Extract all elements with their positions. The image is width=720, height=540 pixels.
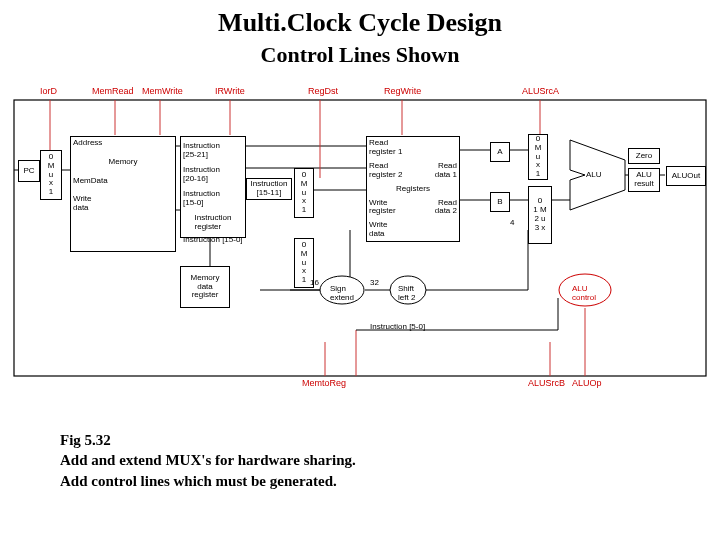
label-signext: Sign extend [330, 284, 354, 302]
label-registers: Registers [396, 185, 430, 194]
label-aluctrl: ALU control [572, 284, 596, 302]
label-32: 32 [370, 278, 379, 287]
block-registers: Read register 1 Read register 2 Read dat… [366, 136, 460, 242]
mux-alusrcb: 0 1 M 2 u 3 x [528, 186, 552, 244]
page-subtitle: Control Lines Shown [0, 42, 720, 68]
block-ir: Instruction [25-21] Instruction [20-16] … [180, 136, 246, 238]
label-alu: ALU [586, 170, 602, 179]
label-readdata2: Read data 2 [435, 199, 457, 217]
label-i150b: Instruction [15-0] [183, 235, 243, 244]
label-readreg2: Read register 2 [369, 162, 402, 180]
mux-iord: 0 M u x 1 [40, 150, 62, 200]
ctrl-aluop: ALUOp [572, 378, 602, 388]
ctrl-memtoreg: MemtoReg [302, 378, 346, 388]
ctrl-irwrite: IRWrite [215, 86, 245, 96]
label-memdata: MemData [73, 177, 108, 186]
label-4: 4 [510, 218, 514, 227]
label-zero: Zero [628, 148, 660, 164]
label-i2016: Instruction [20-16] [183, 166, 220, 184]
label-i150a: Instruction [15-0] [183, 190, 220, 208]
ctrl-memwrite: MemWrite [142, 86, 183, 96]
label-readreg1: Read register 1 [369, 139, 402, 157]
label-i50: Instruction [5-0] [370, 322, 425, 331]
block-memory: Address Memory MemData Write data [70, 136, 176, 252]
caption-line2: Add and extend MUX's for hardware sharin… [60, 450, 356, 470]
label-writedata2: Write data [369, 221, 388, 239]
ctrl-alusrcb: ALUSrcB [528, 378, 565, 388]
caption-line3: Add control lines which must be generate… [60, 471, 356, 491]
block-pc: PC [18, 160, 40, 182]
label-writedata: Write data [73, 195, 92, 213]
ctrl-alusrca: ALUSrcA [522, 86, 559, 96]
label-i1511: Instruction [15-11] [246, 178, 292, 200]
label-shl2: Shift left 2 [398, 284, 415, 302]
ctrl-regwrite: RegWrite [384, 86, 421, 96]
label-readdata1: Read data 1 [435, 162, 457, 180]
ctrl-iord: IorD [40, 86, 57, 96]
label-16: 16 [310, 278, 319, 287]
label-i2521: Instruction [25-21] [183, 142, 220, 160]
figure-caption: Fig 5.32 Add and extend MUX's for hardwa… [60, 430, 356, 491]
block-a: A [490, 142, 510, 162]
mux-regdst: 0 M u x 1 [294, 168, 314, 218]
label-memory: Memory [109, 158, 138, 167]
label-aluresult: ALU result [628, 168, 660, 192]
label-address: Address [73, 139, 102, 148]
ctrl-memread: MemRead [92, 86, 134, 96]
block-aluout: ALUOut [666, 166, 706, 186]
mux-alusrca: 0 M u x 1 [528, 134, 548, 180]
caption-line1: Fig 5.32 [60, 430, 356, 450]
label-writereg: Write register [369, 199, 396, 217]
ctrl-regdst: RegDst [308, 86, 338, 96]
label-ir: Instruction register [195, 214, 232, 232]
block-b: B [490, 192, 510, 212]
datapath-diagram: IorD MemRead MemWrite IRWrite RegDst Reg… [10, 90, 710, 390]
block-mdr: Memory data register [180, 266, 230, 308]
page-title: Multi.Clock Cycle Design [0, 8, 720, 38]
